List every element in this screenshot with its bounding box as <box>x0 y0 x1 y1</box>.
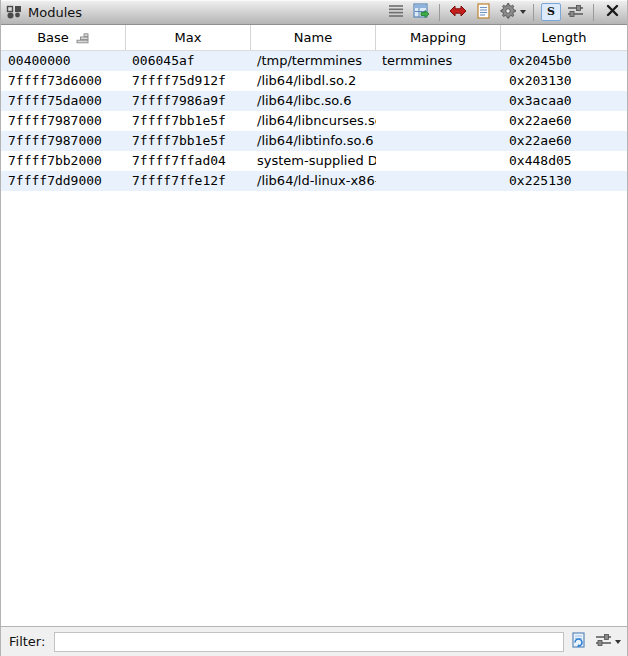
cell-length[interactable]: 0x448d05 <box>501 151 627 171</box>
column-header-max[interactable]: Max <box>126 25 251 50</box>
cell-max[interactable]: 7ffff7bb1e5f <box>126 111 251 131</box>
toolbar-separator <box>533 4 534 21</box>
column-label: Length <box>542 30 587 45</box>
cell-name[interactable]: /lib64/libncurses.so.6 <box>251 111 376 131</box>
column-header-base[interactable]: Base <box>1 25 126 50</box>
cell-name[interactable]: /tmp/termmines <box>251 51 376 71</box>
filter-options-button[interactable] <box>589 632 621 652</box>
table-row[interactable]: 7ffff79870007ffff7bb1e5f/lib64/libtinfo.… <box>1 131 627 151</box>
column-header-name[interactable]: Name <box>251 25 376 50</box>
cell-length[interactable]: 0x225130 <box>501 171 627 191</box>
titlebar-toolbar: S <box>385 2 623 22</box>
cell-max[interactable]: 7ffff7986a9f <box>126 91 251 111</box>
snapshot-s-icon: S <box>545 4 557 20</box>
sort-ascending-icon <box>76 32 89 43</box>
cell-length[interactable]: 0x22ae60 <box>501 131 627 151</box>
gear-icon <box>500 3 516 22</box>
dropdown-caret-icon <box>615 640 621 644</box>
snapshot-toggle-button[interactable]: S <box>541 3 561 21</box>
gear-button[interactable] <box>497 2 519 22</box>
filter-bar: Filter: <box>1 626 627 656</box>
table-body: 00400000006045af/tmp/termminestermmines0… <box>1 51 627 626</box>
map-manually-button[interactable] <box>472 2 494 22</box>
close-icon <box>606 4 619 20</box>
column-header-mapping[interactable]: Mapping <box>376 25 501 50</box>
toolbar-separator <box>439 4 440 21</box>
settings-menu-button[interactable] <box>497 2 526 22</box>
cell-base[interactable]: 00400000 <box>1 51 126 71</box>
toolbar-separator <box>593 4 594 21</box>
cell-base[interactable]: 7ffff7bb2000 <box>1 151 126 171</box>
table-row[interactable]: 7ffff79870007ffff7bb1e5f/lib64/libncurse… <box>1 111 627 131</box>
cell-name[interactable]: /lib64/libdl.so.2 <box>251 71 376 91</box>
column-label: Max <box>175 30 202 45</box>
cell-base[interactable]: 7ffff7987000 <box>1 131 126 151</box>
modules-icon <box>6 4 22 20</box>
table-row[interactable]: 7ffff73d60007ffff75d912f/lib64/libdl.so.… <box>1 71 627 91</box>
close-button[interactable] <box>601 2 623 22</box>
document-icon <box>477 3 490 22</box>
export-table-button[interactable] <box>410 2 432 22</box>
cell-length[interactable]: 0x2045b0 <box>501 51 627 71</box>
clear-filter-button[interactable] <box>567 632 589 652</box>
cell-mapping[interactable]: termmines <box>376 51 501 71</box>
table-row[interactable]: 7ffff7bb20007ffff7ffad04system-supplied … <box>1 151 627 171</box>
column-header-length[interactable]: Length <box>501 25 627 50</box>
map-modules-button[interactable] <box>447 2 469 22</box>
table-header: Base Max Name Mapping Length <box>1 25 627 51</box>
sliders-icon <box>567 4 584 21</box>
cell-length[interactable]: 0x203130 <box>501 71 627 91</box>
red-double-arrow-icon <box>449 4 467 21</box>
column-label: Name <box>294 30 332 45</box>
column-label: Base <box>37 30 69 45</box>
cell-max[interactable]: 7ffff7ffad04 <box>126 151 251 171</box>
cell-base[interactable]: 7ffff73d6000 <box>1 71 126 91</box>
clear-filter-icon <box>571 632 586 651</box>
dropdown-caret-icon <box>520 10 526 14</box>
cell-max[interactable]: 7ffff7ffe12f <box>126 171 251 191</box>
window-title: Modules <box>28 5 82 20</box>
filter-options-icon <box>595 633 612 650</box>
titlebar[interactable]: Modules <box>1 0 627 25</box>
cell-length[interactable]: 0x22ae60 <box>501 111 627 131</box>
cell-base[interactable]: 7ffff7dd9000 <box>1 171 126 191</box>
modules-window: Modules <box>0 0 628 656</box>
cell-name[interactable]: system-supplied DSO <box>251 151 376 171</box>
panel-sliders-button[interactable] <box>564 2 586 22</box>
list-lines-icon <box>388 4 404 21</box>
cell-max[interactable]: 7ffff75d912f <box>126 71 251 91</box>
table-row[interactable]: 00400000006045af/tmp/termminestermmines0… <box>1 51 627 71</box>
cell-name[interactable]: /lib64/libtinfo.so.6 <box>251 131 376 151</box>
cell-name[interactable]: /lib64/libc.so.6 <box>251 91 376 111</box>
cell-max[interactable]: 006045af <box>126 51 251 71</box>
cell-name[interactable]: /lib64/ld-linux-x86-64 <box>251 171 376 191</box>
filter-sliders-button[interactable] <box>592 632 614 652</box>
cell-base[interactable]: 7ffff7987000 <box>1 111 126 131</box>
export-table-icon <box>413 3 430 22</box>
list-sections-button[interactable] <box>385 2 407 22</box>
column-label: Mapping <box>410 30 466 45</box>
svg-text:S: S <box>547 5 555 18</box>
table-row[interactable]: 7ffff7dd90007ffff7ffe12f/lib64/ld-linux-… <box>1 171 627 191</box>
cell-length[interactable]: 0x3acaa0 <box>501 91 627 111</box>
cell-base[interactable]: 7ffff75da000 <box>1 91 126 111</box>
filter-input[interactable] <box>54 632 564 652</box>
cell-max[interactable]: 7ffff7bb1e5f <box>126 131 251 151</box>
filter-label: Filter: <box>9 634 45 649</box>
table-row[interactable]: 7ffff75da0007ffff7986a9f/lib64/libc.so.6… <box>1 91 627 111</box>
